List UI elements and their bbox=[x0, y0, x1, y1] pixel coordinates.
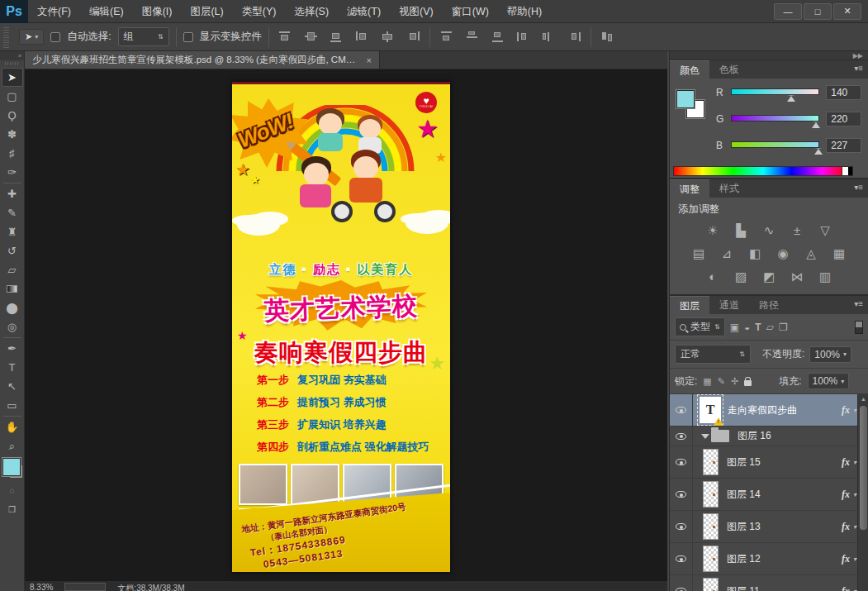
marquee-tool[interactable]: ▢ bbox=[2, 87, 23, 106]
layer-name[interactable]: 图层 13 bbox=[727, 520, 761, 534]
panel-menu-icon[interactable]: ▾≡ bbox=[854, 64, 863, 73]
foreground-color-swatch[interactable] bbox=[2, 458, 21, 476]
brush-tool[interactable]: ✎ bbox=[2, 203, 23, 222]
green-slider[interactable] bbox=[731, 115, 820, 123]
show-transform-checkbox[interactable] bbox=[183, 32, 193, 42]
dodge-tool[interactable]: ◎ bbox=[2, 317, 23, 336]
layer-row[interactable]: 图层 12 fx▾ bbox=[670, 543, 868, 575]
visibility-cell[interactable] bbox=[670, 543, 693, 574]
filter-pixel-layers-icon[interactable]: ▣ bbox=[730, 322, 739, 333]
crop-tool[interactable]: ♯ bbox=[2, 144, 23, 163]
color-lookup-icon[interactable]: ▦ bbox=[831, 246, 847, 261]
visibility-cell[interactable] bbox=[670, 479, 693, 510]
auto-select-checkbox[interactable] bbox=[50, 32, 60, 42]
scrollbar-thumb[interactable] bbox=[860, 406, 867, 530]
align-left-edges-button[interactable] bbox=[356, 31, 368, 42]
layer-name[interactable]: 图层 12 bbox=[727, 552, 761, 566]
foreground-color-swatch[interactable] bbox=[676, 90, 695, 108]
layer-thumbnail[interactable] bbox=[703, 546, 719, 572]
blur-tool[interactable]: ⬤ bbox=[2, 298, 23, 317]
color-balance-icon[interactable]: ⊿ bbox=[719, 246, 735, 261]
align-bottom-edges-button[interactable] bbox=[330, 31, 343, 42]
zoom-tool[interactable]: ⌕ bbox=[2, 436, 23, 455]
layer-thumbnail[interactable] bbox=[703, 513, 719, 540]
exposure-icon[interactable]: ± bbox=[789, 223, 805, 238]
align-right-edges-button[interactable] bbox=[407, 31, 420, 42]
visibility-cell[interactable] bbox=[670, 446, 693, 478]
red-slider[interactable] bbox=[731, 88, 820, 97]
eye-icon[interactable] bbox=[676, 588, 686, 591]
align-horizontal-centers-button[interactable] bbox=[382, 31, 394, 42]
channel-mixer-icon[interactable]: ◬ bbox=[803, 246, 819, 261]
hue-saturation-icon[interactable]: ▤ bbox=[690, 246, 707, 261]
move-tool[interactable]: ➤ bbox=[2, 68, 23, 87]
pen-tool[interactable]: ✒ bbox=[2, 339, 23, 358]
layer-name[interactable]: 图层 15 bbox=[727, 455, 761, 469]
gradient-tool[interactable] bbox=[2, 279, 23, 298]
zoom-level[interactable]: 8.33% bbox=[30, 583, 53, 591]
layer-thumbnail[interactable] bbox=[703, 578, 719, 591]
layer-effects-badge[interactable]: fx▾ bbox=[842, 521, 856, 533]
healing-brush-tool[interactable]: ✚ bbox=[2, 184, 23, 203]
eye-icon[interactable] bbox=[676, 433, 686, 440]
visibility-cell[interactable] bbox=[670, 575, 693, 591]
filter-shape-layers-icon[interactable]: ▱ bbox=[766, 322, 774, 333]
filter-type-dropdown[interactable]: 类型 ⇅ bbox=[675, 317, 725, 336]
foreground-background-swatches[interactable] bbox=[2, 458, 22, 478]
menu-window[interactable]: 窗口(W) bbox=[443, 0, 498, 23]
layer-row[interactable]: 图层 14 fx▾ bbox=[670, 479, 868, 511]
poster-document[interactable]: WoW! ★ ★ ★ ★ ★ ★ bbox=[232, 82, 450, 572]
vibrance-icon[interactable]: ▽ bbox=[817, 223, 833, 238]
quick-mask-button[interactable]: ◌ bbox=[2, 481, 23, 500]
tools-grip[interactable] bbox=[5, 62, 20, 65]
layer-effects-badge[interactable]: fx▾ bbox=[842, 404, 856, 417]
lock-transparent-pixels-icon[interactable]: ▦ bbox=[703, 376, 711, 387]
eye-icon[interactable] bbox=[676, 555, 686, 562]
black-white-chips[interactable] bbox=[842, 166, 853, 176]
align-top-edges-button[interactable] bbox=[279, 31, 292, 42]
filter-toggle-switch[interactable] bbox=[855, 321, 863, 334]
green-value-input[interactable]: 220 bbox=[826, 112, 861, 126]
lasso-tool[interactable]: Ϙ bbox=[2, 106, 23, 125]
distribute-horizontal-centers-button[interactable] bbox=[543, 31, 555, 42]
hand-tool[interactable]: ✋ bbox=[2, 417, 23, 436]
auto-select-target-dropdown[interactable]: 组 ⇅ bbox=[118, 27, 169, 46]
layer-effects-badge[interactable]: fx▾ bbox=[842, 456, 856, 469]
distribute-right-edges-button[interactable] bbox=[568, 31, 581, 42]
history-brush-tool[interactable]: ↺ bbox=[2, 241, 23, 260]
expand-triangle-icon[interactable] bbox=[701, 434, 709, 439]
menu-image[interactable]: 图像(I) bbox=[133, 0, 182, 23]
filter-adjustment-layers-icon[interactable]: ◒ bbox=[744, 322, 750, 333]
selective-color-icon[interactable]: ▥ bbox=[817, 269, 833, 284]
layer-name[interactable]: 图层 14 bbox=[727, 488, 761, 502]
layer-row-group[interactable]: 图层 16 bbox=[670, 427, 868, 446]
blend-mode-dropdown[interactable]: 正常 ⇅ bbox=[675, 345, 751, 364]
red-value-input[interactable]: 140 bbox=[826, 85, 861, 100]
layer-effects-badge[interactable]: fx▾ bbox=[842, 585, 856, 591]
menu-edit[interactable]: 编辑(E) bbox=[80, 0, 133, 23]
layer-name[interactable]: 走向寒假四步曲 bbox=[728, 403, 797, 417]
tab-adjustments[interactable]: 调整 bbox=[670, 179, 709, 198]
lock-image-pixels-icon[interactable]: ✎ bbox=[718, 376, 725, 387]
menu-type[interactable]: 类型(Y) bbox=[233, 0, 286, 23]
layer-effects-badge[interactable]: fx▾ bbox=[842, 553, 856, 565]
invert-icon[interactable]: ◐ bbox=[704, 269, 721, 284]
tools-collapse-icon[interactable]: » bbox=[0, 51, 24, 60]
filter-type-layers-icon[interactable]: T bbox=[755, 322, 761, 333]
align-vertical-centers-button[interactable] bbox=[305, 31, 317, 42]
visibility-cell[interactable] bbox=[670, 394, 693, 426]
filter-smart-objects-icon[interactable]: ❐ bbox=[779, 322, 788, 333]
black-white-icon[interactable]: ◧ bbox=[747, 246, 763, 261]
path-selection-tool[interactable]: ↖ bbox=[2, 377, 23, 396]
tab-layers[interactable]: 图层 bbox=[670, 296, 709, 314]
maximize-button[interactable]: □ bbox=[804, 3, 832, 20]
menu-filter[interactable]: 滤镜(T) bbox=[338, 0, 390, 23]
quick-selection-tool[interactable]: ✽ bbox=[2, 125, 23, 144]
dock-collapse-icon[interactable]: ▶▶ bbox=[670, 51, 868, 60]
shape-tool[interactable]: ▭ bbox=[2, 396, 23, 415]
layer-thumbnail[interactable] bbox=[703, 449, 719, 475]
menu-layer[interactable]: 图层(L) bbox=[181, 0, 232, 23]
opacity-dropdown[interactable]: 100% ▾ bbox=[809, 346, 851, 363]
clone-stamp-tool[interactable]: ♜ bbox=[2, 222, 23, 241]
blue-slider[interactable] bbox=[731, 141, 820, 150]
